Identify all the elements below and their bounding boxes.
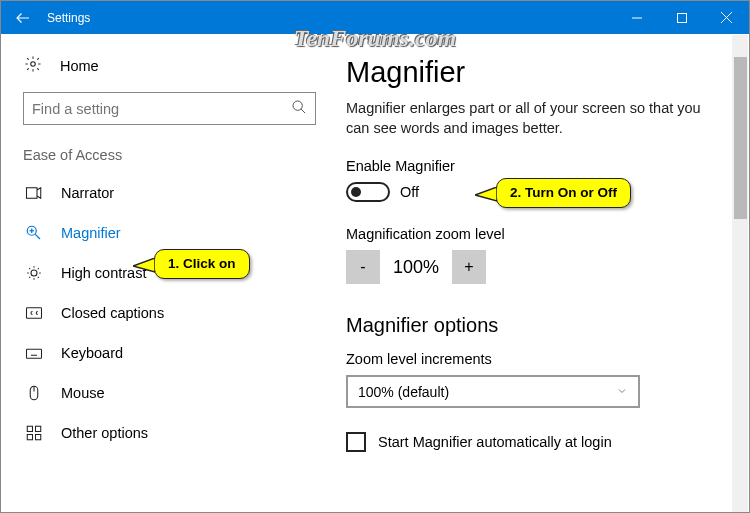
svg-point-12 <box>31 270 37 276</box>
zoom-value: 100% <box>384 257 448 278</box>
options-heading: Magnifier options <box>346 314 749 337</box>
svg-point-5 <box>293 101 302 110</box>
narrator-icon <box>25 184 43 202</box>
annotation-callout-2: 2. Turn On or Off <box>496 178 631 208</box>
sidebar-item-keyboard[interactable]: Keyboard <box>23 333 314 373</box>
svg-rect-17 <box>27 426 32 431</box>
gear-icon <box>24 55 42 76</box>
svg-line-6 <box>301 109 305 113</box>
titlebar: Settings <box>1 1 749 34</box>
back-button[interactable] <box>1 1 45 34</box>
svg-point-4 <box>31 62 36 67</box>
sidebar-item-label: Closed captions <box>61 305 164 321</box>
zoom-level-label: Magnification zoom level <box>346 226 749 242</box>
home-link[interactable]: Home <box>24 55 314 76</box>
svg-rect-7 <box>27 188 38 199</box>
toggle-state-label: Off <box>400 184 419 200</box>
main-panel: Magnifier Magnifier enlarges part or all… <box>326 34 749 512</box>
search-box[interactable] <box>23 92 316 125</box>
keyboard-icon <box>25 344 43 362</box>
search-input[interactable] <box>32 101 291 117</box>
sidebar-item-magnifier[interactable]: Magnifier <box>23 213 314 253</box>
high-contrast-icon <box>25 264 43 282</box>
page-title: Magnifier <box>346 56 749 89</box>
page-description: Magnifier enlarges part or all of your s… <box>346 99 726 138</box>
svg-rect-1 <box>677 13 686 22</box>
sidebar-item-other-options[interactable]: Other options <box>23 413 314 453</box>
svg-marker-21 <box>133 258 155 272</box>
sidebar-item-narrator[interactable]: Narrator <box>23 173 314 213</box>
zoom-decrease-button[interactable]: - <box>346 250 380 284</box>
scrollbar-thumb[interactable] <box>734 57 747 219</box>
closed-captions-icon <box>25 304 43 322</box>
annotation-callout-1: 1. Click on <box>154 249 250 279</box>
sidebar-item-label: Other options <box>61 425 148 441</box>
autostart-checkbox-row[interactable]: Start Magnifier automatically at login <box>346 432 749 452</box>
enable-magnifier-label: Enable Magnifier <box>346 158 749 174</box>
zoom-increase-button[interactable]: + <box>452 250 486 284</box>
mouse-icon <box>25 384 43 402</box>
sidebar-item-label: Keyboard <box>61 345 123 361</box>
magnifier-icon <box>25 224 43 242</box>
maximize-button[interactable] <box>659 1 704 34</box>
sidebar-item-mouse[interactable]: Mouse <box>23 373 314 413</box>
sidebar-item-closed-captions[interactable]: Closed captions <box>23 293 314 333</box>
sidebar-item-label: Magnifier <box>61 225 121 241</box>
category-label: Ease of Access <box>23 147 314 163</box>
autostart-label: Start Magnifier automatically at login <box>378 434 612 450</box>
chevron-down-icon <box>616 384 628 400</box>
other-options-icon <box>25 424 43 442</box>
svg-rect-19 <box>27 435 32 440</box>
svg-rect-18 <box>36 426 41 431</box>
enable-magnifier-toggle[interactable] <box>346 182 390 202</box>
svg-line-9 <box>35 234 40 239</box>
svg-rect-14 <box>27 349 42 358</box>
sidebar-item-label: Narrator <box>61 185 114 201</box>
autostart-checkbox[interactable] <box>346 432 366 452</box>
minimize-button[interactable] <box>614 1 659 34</box>
svg-rect-13 <box>27 308 42 319</box>
search-icon <box>291 99 307 119</box>
increments-select[interactable]: 100% (default) <box>346 375 640 408</box>
window-title: Settings <box>47 11 90 25</box>
home-label: Home <box>60 58 99 74</box>
svg-marker-22 <box>475 187 497 201</box>
increments-label: Zoom level increments <box>346 351 749 367</box>
svg-rect-20 <box>36 435 41 440</box>
increments-value: 100% (default) <box>358 384 449 400</box>
sidebar-item-label: Mouse <box>61 385 105 401</box>
close-button[interactable] <box>704 1 749 34</box>
